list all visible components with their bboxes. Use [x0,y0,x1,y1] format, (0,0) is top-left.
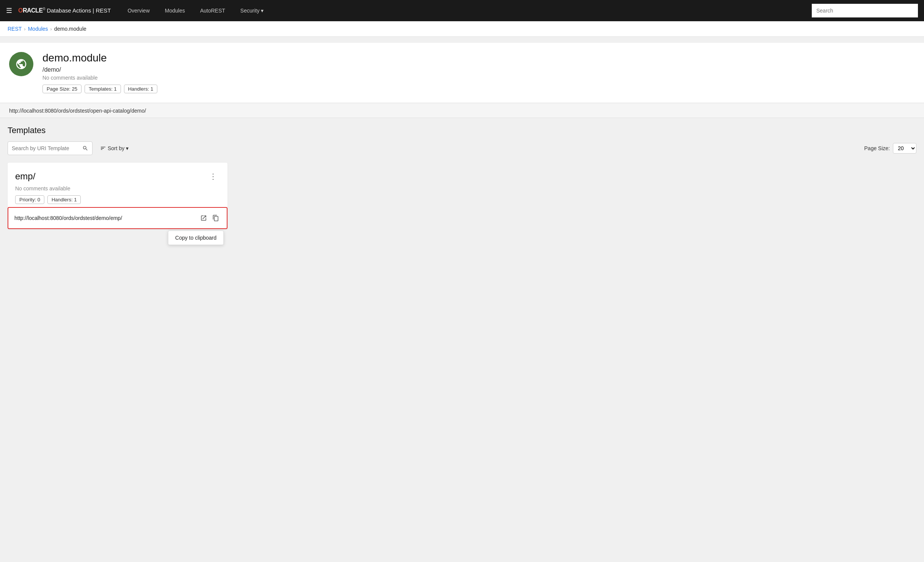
search-uri-button[interactable] [82,145,88,151]
template-name: emp/ [15,171,35,182]
copy-icon [212,215,219,221]
template-url-text: http://localhost:8080/ords/ordstest/demo… [14,215,194,221]
navbar: ☰ ORACLE® Database Actions | REST Overvi… [0,0,924,21]
module-path: /demo/ [42,66,915,73]
page-size-wrapper: Page Size: 20 10 25 50 100 [864,143,916,154]
nav-item-security[interactable]: Security ▾ [233,0,271,21]
search-input[interactable] [812,4,918,17]
search-uri-wrapper [8,141,93,155]
templates-section: Templates Sort by ▾ Page Size: 20 10 25 … [0,118,924,229]
page-size-select[interactable]: 20 10 25 50 100 [893,143,916,154]
template-badge-priority: Priority: 0 [15,195,44,204]
brand-text: Database Actions | REST [47,7,111,14]
module-icon [9,52,33,76]
template-card: emp/ ⋮ No comments available Priority: 0… [8,163,227,229]
nav-item-autorest[interactable]: AutoREST [193,0,233,21]
breadcrumb-sep-1: › [24,26,25,32]
chevron-down-icon: ▾ [261,8,264,14]
badge-handlers: Handlers: 1 [124,85,157,93]
external-link-icon [200,215,207,221]
nav-item-modules[interactable]: Modules [157,0,193,21]
search-wrapper [812,4,918,17]
globe-icon [15,58,27,70]
url-row-inner: http://localhost:8080/ords/ordstest/demo… [8,208,227,228]
template-more-button[interactable]: ⋮ [206,170,220,182]
breadcrumb: REST › Modules › demo.module [0,21,924,37]
search-icon [82,145,88,151]
sort-icon [100,145,106,151]
oracle-logo: ORACLE® [18,7,45,14]
copy-to-clipboard-popup[interactable]: Copy to clipboard [168,231,224,245]
breadcrumb-modules[interactable]: Modules [28,26,48,32]
badge-page-size: Page Size: 25 [42,85,82,93]
breadcrumb-rest[interactable]: REST [8,26,22,32]
breadcrumb-current: demo.module [54,26,86,32]
page-size-label: Page Size: [864,145,890,151]
nav-item-overview[interactable]: Overview [120,0,157,21]
copy-url-button[interactable] [211,213,221,223]
template-badges: Priority: 0 Handlers: 1 [15,195,220,204]
security-label: Security [240,8,260,14]
template-badge-handlers: Handlers: 1 [47,195,81,204]
search-uri-input[interactable] [12,145,80,151]
template-comments: No comments available [15,185,220,192]
url-row-highlight: http://localhost:8080/ords/ordstest/demo… [8,207,227,229]
module-badges: Page Size: 25 Templates: 1 Handlers: 1 [42,85,915,93]
hamburger-button[interactable]: ☰ [6,6,12,15]
external-link-button[interactable] [199,213,209,223]
module-name: demo.module [42,52,915,64]
sort-label: Sort by [108,145,124,151]
templates-title: Templates [8,126,916,135]
sort-button[interactable]: Sort by ▾ [97,144,132,153]
template-header: emp/ ⋮ [15,170,220,182]
sort-chevron-icon: ▾ [126,145,129,151]
badge-templates: Templates: 1 [85,85,121,93]
nav-items: Overview Modules AutoREST Security ▾ [120,0,812,21]
templates-toolbar: Sort by ▾ Page Size: 20 10 25 50 100 [8,141,916,155]
module-card: demo.module /demo/ No comments available… [0,43,924,104]
brand: ORACLE® Database Actions | REST [18,7,111,14]
module-url-bar: http://localhost:8080/ords/ordstest/open… [0,104,924,118]
module-comments: No comments available [42,75,915,81]
module-info: demo.module /demo/ No comments available… [42,52,915,93]
breadcrumb-sep-2: › [50,26,52,32]
url-actions [199,213,221,223]
